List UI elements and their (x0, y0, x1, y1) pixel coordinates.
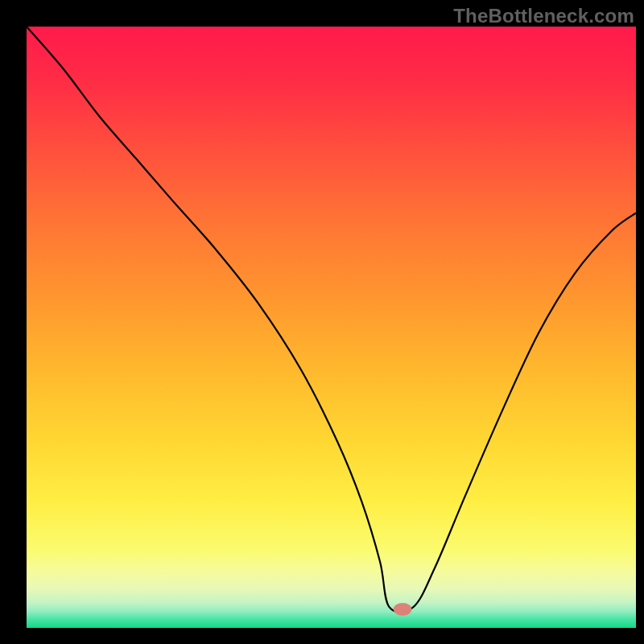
curve-minimum-marker (394, 603, 412, 616)
plot-area (27, 27, 636, 628)
watermark-text: TheBottleneck.com (453, 5, 634, 27)
plot-svg (27, 27, 636, 628)
chart-frame: TheBottleneck.com (0, 0, 644, 644)
gradient-background (27, 27, 636, 628)
